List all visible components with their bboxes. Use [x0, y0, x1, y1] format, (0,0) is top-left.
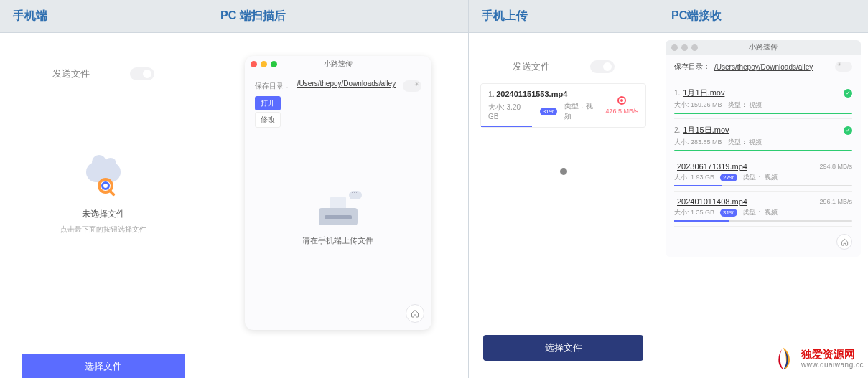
- done-check-icon: ✓: [844, 89, 852, 98]
- watermark: 独爱资源网 www.duaiwang.cc: [770, 345, 864, 372]
- modify-dir-button[interactable]: 修改: [255, 112, 281, 128]
- file-name[interactable]: 1月1日.mov: [683, 88, 724, 98]
- send-label: 发送文件: [52, 67, 90, 80]
- progress-bar: [674, 185, 852, 186]
- save-dir-path[interactable]: /Users/thepoy/Downloads/alley: [714, 63, 831, 71]
- send-label: 发送文件: [513, 60, 550, 73]
- progress-bar: [481, 126, 532, 127]
- col-mobile: 手机端 发送文件 ☀ 未选择文件 点击最下面的按钮选择文件 选择文件: [0, 0, 207, 378]
- col-header-pc-scan: PC 端扫描后: [207, 0, 468, 33]
- empty-state-icon: [82, 159, 125, 195]
- col-pc-scan: PC 端扫描后 小路速传 保存目录： /Users/thepoy/Downloa…: [207, 0, 469, 378]
- save-dir-label: 保存目录：: [255, 79, 291, 91]
- done-check-icon: ✓: [844, 126, 852, 135]
- theme-toggle[interactable]: [403, 80, 421, 92]
- theme-toggle[interactable]: [835, 62, 852, 72]
- file-name: 1.202401151553.mp4: [488, 90, 599, 98]
- file-name[interactable]: 1月15日.mov: [683, 125, 729, 136]
- stop-upload-icon[interactable]: [617, 96, 626, 105]
- home-button[interactable]: [406, 304, 424, 323]
- upload-prompt-text: 请在手机端上传文件: [302, 235, 373, 246]
- col-mobile-upload: 手机上传 发送文件 ☀ 1.202401151553.mp4 大小: 3.20 …: [469, 0, 658, 378]
- progress-bar: [674, 113, 852, 114]
- window-title: 小路速传: [245, 59, 431, 69]
- theme-toggle[interactable]: ☀: [130, 67, 154, 80]
- mobile-empty-card: 发送文件 ☀ 未选择文件 点击最下面的按钮选择文件 选择文件: [7, 67, 200, 378]
- progress-bar: [674, 150, 852, 151]
- file-meta: 大小: 1.93 GB27%类型： 视频: [674, 173, 852, 182]
- recv-file-row: 1.1月1日.mov✓大小: 159.26 MB类型： 视频: [674, 82, 852, 119]
- pc-scan-window: 小路速传 保存目录： /Users/thepoy/Downloads/alley…: [245, 56, 431, 330]
- progress-badge: 31%: [720, 209, 737, 217]
- home-icon: [411, 309, 419, 318]
- open-dir-button[interactable]: 打开: [255, 96, 281, 110]
- file-name[interactable]: 202306171319.mp4: [677, 162, 747, 171]
- empty-subtitle: 点击最下面的按钮选择文件: [60, 225, 146, 235]
- recv-file-row: 202401011408.mp4296.1 MB/s大小: 1.35 GB31%…: [674, 192, 852, 227]
- col-header-mobile-upload: 手机上传: [469, 0, 658, 33]
- progress-badge: 31%: [540, 108, 557, 115]
- file-index: 1.: [674, 89, 680, 97]
- home-icon: [841, 238, 849, 246]
- select-file-button[interactable]: 选择文件: [483, 335, 643, 361]
- recv-file-row: 202306171319.mp4294.8 MB/s大小: 1.93 GB27%…: [674, 156, 852, 192]
- loading-indicator-icon: [560, 168, 567, 175]
- file-meta: 大小: 283.85 MB类型： 视频: [674, 138, 852, 147]
- recv-file-row: 2.1月15日.mov✓大小: 283.85 MB类型： 视频: [674, 119, 852, 156]
- file-meta: 大小: 159.26 MB类型： 视频: [674, 100, 852, 110]
- theme-toggle[interactable]: ☀: [590, 60, 615, 73]
- file-index: 2.: [674, 126, 680, 134]
- pc-recv-window: 小路速传 保存目录： /Users/thepoy/Downloads/alley…: [666, 40, 861, 257]
- save-dir-label: 保存目录：: [674, 62, 710, 72]
- col-pc-recv: PC端接收 小路速传 保存目录： /Users/thepoy/Downloads…: [658, 0, 868, 378]
- col-header-pc-recv: PC端接收: [658, 0, 868, 33]
- empty-title: 未选择文件: [82, 208, 125, 220]
- watermark-url: www.duaiwang.cc: [801, 361, 864, 369]
- save-dir-path[interactable]: /Users/thepoy/Downloads/alley: [295, 79, 398, 88]
- progress-badge: 27%: [720, 174, 737, 181]
- watermark-logo-icon: [770, 345, 797, 372]
- transfer-speed: 296.1 MB/s: [819, 198, 852, 205]
- watermark-title: 独爱资源网: [801, 349, 864, 361]
- file-meta: 大小: 1.35 GB31%类型： 视频: [674, 208, 852, 217]
- uploading-file-row: 1.202401151553.mp4 大小: 3.20 GB 31% 类型：视频…: [480, 83, 646, 128]
- file-name[interactable]: 202401011408.mp4: [677, 197, 747, 206]
- transfer-speed: 294.8 MB/s: [819, 163, 852, 170]
- window-title: 小路速传: [666, 42, 861, 52]
- home-button[interactable]: [836, 234, 852, 250]
- select-file-button[interactable]: 选择文件: [22, 354, 185, 378]
- upload-speed: 476.5 MB/s: [605, 108, 638, 115]
- upload-prompt-icon: [319, 194, 358, 225]
- progress-bar: [674, 220, 852, 222]
- col-header-mobile: 手机端: [0, 0, 207, 33]
